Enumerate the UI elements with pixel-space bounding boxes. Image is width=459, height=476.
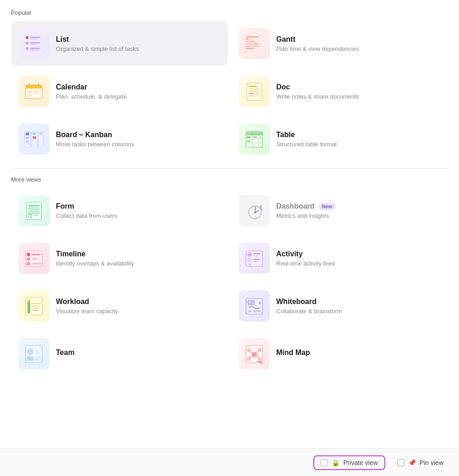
svg-rect-11 (245, 35, 246, 52)
view-item-table[interactable]: Table Structured table format (231, 117, 448, 161)
calendar-title: Calendar (56, 83, 127, 91)
svg-rect-66 (32, 254, 40, 255)
doc-title: Doc (276, 83, 359, 91)
svg-point-70 (247, 252, 252, 257)
whiteboard-icon (239, 290, 270, 321)
svg-rect-48 (247, 136, 251, 138)
svg-rect-54 (28, 208, 39, 210)
list-title: List (56, 35, 139, 44)
svg-rect-75 (253, 261, 259, 262)
svg-rect-30 (254, 93, 260, 94)
view-item-whiteboard[interactable]: Whiteboard Collaborate & brainstorm (231, 284, 448, 328)
svg-rect-3 (26, 42, 28, 44)
pin-view-button[interactable]: 📌 Pin view (393, 456, 448, 469)
view-item-timeline[interactable]: Timeline Identify overlaps & availabilit… (11, 236, 228, 280)
svg-rect-35 (26, 140, 29, 143)
svg-rect-6 (26, 47, 28, 50)
svg-rect-33 (26, 133, 29, 135)
table-title: Table (276, 131, 337, 139)
svg-rect-50 (247, 140, 251, 142)
workload-icon (18, 290, 49, 321)
timeline-title: Timeline (56, 250, 134, 258)
timeline-icon (18, 243, 49, 274)
svg-rect-74 (253, 259, 261, 260)
svg-point-59 (254, 211, 256, 213)
timeline-desc: Identify overlaps & availability (56, 260, 134, 267)
form-icon (18, 195, 49, 226)
svg-rect-61 (260, 211, 262, 215)
svg-rect-2 (30, 39, 38, 39)
svg-rect-43 (246, 134, 262, 135)
svg-rect-27 (249, 89, 260, 89)
board-desc: Move tasks between columns (56, 141, 134, 148)
team-title: Team (56, 349, 75, 357)
svg-point-63 (27, 253, 30, 256)
svg-rect-15 (246, 45, 260, 47)
svg-rect-40 (39, 133, 42, 135)
svg-rect-0 (26, 36, 28, 39)
table-icon (239, 123, 270, 155)
view-item-gantt[interactable]: Gantt Plan time & view dependencies (231, 22, 448, 66)
svg-rect-12 (246, 41, 255, 42)
view-item-mindmap[interactable]: Mind Map (231, 332, 448, 376)
view-item-calendar[interactable]: Calendar Plan, schedule, & delegate (11, 69, 228, 113)
calendar-info: Calendar Plan, schedule, & delegate (56, 83, 127, 100)
list-icon (18, 28, 49, 59)
dashboard-icon (239, 195, 270, 226)
svg-rect-9 (246, 36, 259, 38)
form-title: Form (56, 202, 117, 210)
list-desc: Organized & simple list of tasks (56, 45, 139, 52)
gantt-icon (239, 28, 270, 59)
private-view-checkbox[interactable] (321, 459, 328, 466)
workload-title: Workload (56, 298, 118, 306)
pin-view-checkbox[interactable] (397, 459, 404, 466)
view-item-dashboard[interactable]: Dashboard New Metrics and insights (231, 188, 448, 232)
bottom-bar: 🔒 Private view 📌 Pin view (0, 448, 459, 476)
svg-rect-67 (32, 258, 38, 260)
view-item-activity[interactable]: Activity Real-time activity feed (231, 236, 448, 280)
pin-view-label: Pin view (420, 459, 443, 466)
view-item-team[interactable]: Team (11, 332, 228, 376)
svg-rect-81 (32, 303, 41, 304)
activity-desc: Real-time activity feed (276, 260, 335, 267)
pin-icon: 📌 (408, 459, 416, 466)
mindmap-title: Mind Map (276, 349, 310, 357)
list-info: List Organized & simple list of tasks (56, 35, 139, 52)
view-item-list[interactable]: List Organized & simple list of tasks (11, 22, 228, 66)
svg-rect-8 (30, 50, 38, 50)
whiteboard-desc: Collaborate & brainstorm (276, 308, 342, 315)
whiteboard-title: Whiteboard (276, 298, 342, 306)
svg-rect-84 (32, 310, 38, 311)
svg-point-73 (247, 258, 252, 262)
svg-rect-26 (249, 86, 257, 87)
svg-rect-79 (27, 302, 30, 313)
mindmap-icon (239, 338, 270, 369)
svg-point-65 (27, 262, 30, 266)
view-item-doc[interactable]: Doc Write notes & share documents (231, 69, 448, 113)
view-item-form[interactable]: Form Collect data from users (11, 188, 228, 232)
svg-rect-22 (28, 94, 32, 96)
svg-rect-19 (26, 87, 42, 89)
private-view-button[interactable]: 🔒 Private view (313, 455, 385, 470)
svg-rect-29 (249, 93, 253, 94)
lock-icon: 🔒 (332, 459, 339, 466)
table-info: Table Structured table format (276, 131, 337, 148)
svg-rect-5 (30, 44, 37, 45)
private-view-label: Private view (343, 459, 377, 466)
svg-rect-60 (260, 205, 262, 210)
view-item-board[interactable]: Board – Kanban Move tasks between column… (11, 117, 228, 161)
svg-rect-86 (248, 300, 254, 305)
svg-point-56 (28, 214, 32, 218)
svg-rect-37 (33, 133, 36, 135)
workload-info: Workload Visualize team capacity (56, 298, 118, 315)
svg-rect-49 (253, 136, 257, 138)
doc-desc: Write notes & share documents (276, 93, 359, 100)
svg-rect-1 (30, 37, 40, 38)
more-views-section-label: More views (11, 176, 448, 183)
doc-info: Doc Write notes & share documents (276, 83, 359, 100)
view-item-workload[interactable]: Workload Visualize team capacity (11, 284, 228, 328)
section-divider (11, 168, 448, 169)
gantt-desc: Plan time & view dependencies (276, 45, 359, 52)
form-desc: Collect data from users (56, 212, 117, 219)
svg-rect-80 (27, 299, 30, 302)
